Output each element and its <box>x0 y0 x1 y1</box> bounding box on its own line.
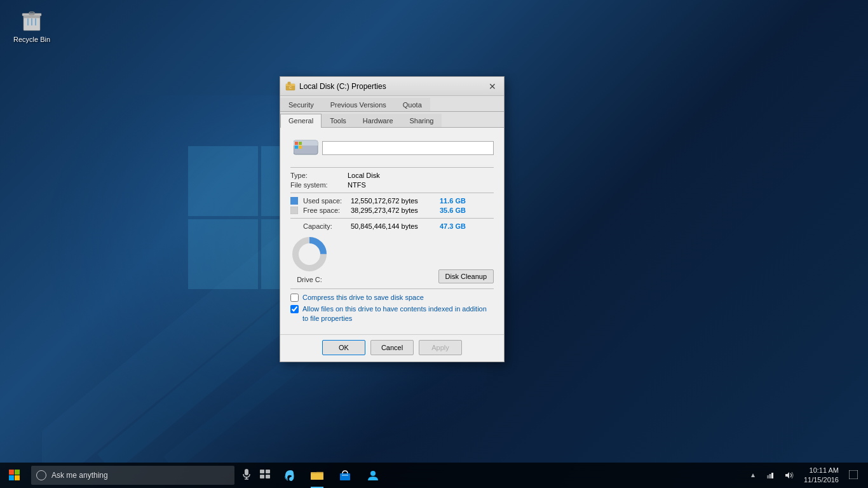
svg-rect-22 <box>299 146 302 149</box>
used-space-bytes: 12,550,172,672 bytes <box>351 197 440 205</box>
dialog-close-button[interactable]: ✕ <box>486 80 499 93</box>
separator4 <box>290 288 494 289</box>
file-explorer-icon <box>311 470 323 481</box>
notification-button[interactable] <box>844 470 863 481</box>
svg-text:C: C <box>289 86 292 90</box>
tab-security[interactable]: Security <box>280 98 322 111</box>
clock-date: 11/15/2016 <box>804 475 839 485</box>
volume-icon-button[interactable] <box>780 471 799 479</box>
drive-icon-area <box>290 135 322 161</box>
store-icon <box>339 470 351 481</box>
drive-icon <box>294 138 319 158</box>
ok-button[interactable]: OK <box>322 340 365 355</box>
task-view-button[interactable] <box>255 470 275 481</box>
chevron-up-icon <box>750 472 756 478</box>
index-label: Allow files on this drive to have conten… <box>302 304 494 323</box>
tab-quota[interactable]: Quota <box>395 98 430 111</box>
svg-rect-36 <box>266 470 270 473</box>
free-space-bytes: 38,295,273,472 bytes <box>351 207 440 214</box>
svg-rect-35 <box>260 470 264 473</box>
drive-name-input[interactable] <box>322 141 494 155</box>
taskbar-app-user[interactable] <box>359 463 387 488</box>
microphone-icon <box>242 469 251 480</box>
capacity-gb: 47.3 GB <box>440 222 466 230</box>
desktop: Recycle Bin C Local Disk (C:) Properties… <box>0 0 868 488</box>
search-circle-icon <box>36 470 46 480</box>
index-row: Allow files on this drive to have conten… <box>290 304 494 323</box>
svg-rect-42 <box>342 475 348 476</box>
svg-rect-44 <box>767 475 769 478</box>
free-space-label: Free space: <box>303 207 351 214</box>
svg-rect-48 <box>849 470 858 479</box>
windows-logo-icon <box>9 470 20 481</box>
recycle-bin-label: Recycle Bin <box>13 36 50 43</box>
type-label: Type: <box>290 172 348 179</box>
task-view-icon <box>260 470 270 478</box>
tab-tools[interactable]: Tools <box>322 114 355 127</box>
user-icon <box>367 469 379 482</box>
taskbar-app-explorer[interactable] <box>303 463 331 488</box>
filesystem-label: File system: <box>290 181 348 189</box>
svg-rect-40 <box>311 473 323 480</box>
svg-rect-28 <box>9 470 14 475</box>
capacity-bytes: 50,845,446,144 bytes <box>351 222 440 230</box>
chart-area: Drive C: Disk Cleanup <box>290 235 494 283</box>
svg-rect-46 <box>771 473 773 478</box>
svg-rect-41 <box>340 473 350 480</box>
network-icon-button[interactable] <box>761 471 780 479</box>
apply-button[interactable]: Apply <box>419 340 462 355</box>
used-space-label: Used space: <box>303 197 351 205</box>
notification-icon <box>849 470 858 479</box>
svg-rect-32 <box>245 469 248 475</box>
free-space-row: Free space: 38,295,273,472 bytes 35.6 GB <box>290 207 494 214</box>
free-space-dot <box>290 207 298 214</box>
separator3 <box>290 218 494 219</box>
disk-cleanup-button[interactable]: Disk Cleanup <box>438 269 494 283</box>
microphone-button[interactable] <box>238 469 255 482</box>
start-button[interactable] <box>0 463 29 488</box>
tab-sharing[interactable]: Sharing <box>402 114 442 127</box>
tab-general[interactable]: General <box>280 114 322 128</box>
dialog-title-icon: C <box>285 81 295 92</box>
taskbar-app-store[interactable] <box>331 463 359 488</box>
taskbar: Ask me anything <box>0 463 868 488</box>
compress-checkbox[interactable] <box>290 294 299 302</box>
used-space-gb: 11.6 GB <box>440 197 466 205</box>
tab-previous-versions[interactable]: Previous Versions <box>322 98 395 111</box>
svg-rect-23 <box>290 197 298 205</box>
compress-row: Compress this drive to save disk space <box>290 293 494 302</box>
tab-hardware[interactable]: Hardware <box>355 114 402 127</box>
dialog-titlebar: C Local Disk (C:) Properties ✕ <box>280 77 504 96</box>
edge-icon <box>283 469 295 482</box>
svg-rect-29 <box>15 470 20 475</box>
taskbar-search[interactable]: Ask me anything <box>31 466 234 485</box>
separator2 <box>290 193 494 193</box>
dialog-footer: OK Cancel Apply <box>280 334 504 362</box>
used-space-dot <box>290 197 298 205</box>
svg-rect-30 <box>9 475 14 480</box>
svg-rect-31 <box>15 475 20 480</box>
recycle-bin-svg <box>18 6 45 33</box>
svg-point-27 <box>301 245 318 263</box>
system-tray-overflow[interactable] <box>745 472 761 478</box>
recycle-bin-icon[interactable]: Recycle Bin <box>10 6 54 43</box>
clock[interactable]: 10:11 AM 11/15/2016 <box>799 466 844 485</box>
svg-marker-47 <box>785 472 789 478</box>
taskbar-app-edge[interactable] <box>275 463 303 488</box>
type-row: Type: Local Disk <box>290 172 494 179</box>
svg-rect-1 <box>188 146 258 216</box>
volume-icon <box>785 471 794 479</box>
svg-rect-45 <box>769 474 771 478</box>
donut-chart <box>290 235 329 273</box>
svg-rect-21 <box>295 146 298 149</box>
svg-rect-38 <box>266 475 270 478</box>
svg-rect-20 <box>299 142 302 145</box>
system-tray: 10:11 AM 11/15/2016 <box>745 463 868 488</box>
clock-time: 10:11 AM <box>810 466 839 475</box>
svg-rect-14 <box>288 82 290 85</box>
index-checkbox[interactable] <box>290 305 299 313</box>
filesystem-row: File system: NTFS <box>290 181 494 189</box>
cancel-button[interactable]: Cancel <box>370 340 414 355</box>
svg-rect-37 <box>260 475 264 478</box>
capacity-label: Capacity: <box>303 222 351 230</box>
